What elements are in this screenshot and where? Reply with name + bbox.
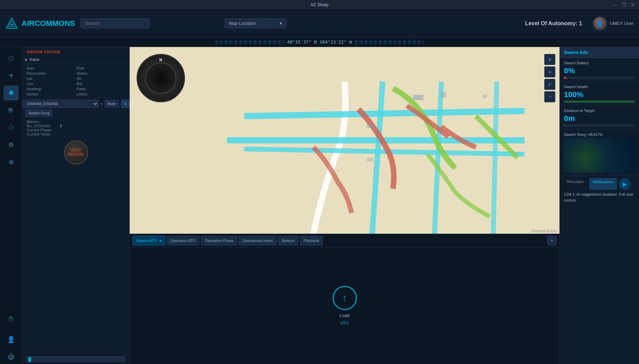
gps-stripe-left xyxy=(215,40,284,44)
bat-label: Bat: xyxy=(76,82,104,86)
logo-main: AIRCOMMONS xyxy=(21,19,75,28)
battery-progress-fill xyxy=(564,77,566,79)
radar-toggle[interactable]: ▶ Radar xyxy=(25,57,127,62)
zoom-in-button[interactable]: + xyxy=(544,66,555,77)
num-drones-row: No. of Drones: 0 xyxy=(27,124,125,128)
swarm-song-label: Swarm Song: HEALTH xyxy=(564,132,635,137)
map-container: N ≡ + ⤢ − xyxy=(130,47,559,364)
progress-input-row xyxy=(22,354,129,364)
upload-icon: ↑ xyxy=(342,292,347,304)
swarm-battery-section: Swarm Battery 0% xyxy=(560,58,639,82)
num-drones-label: No. of Drones: xyxy=(27,124,58,128)
layers-icon: ≡ xyxy=(548,57,551,62)
lon-label: Lon: xyxy=(27,82,54,86)
map-controls: ≡ + ⤢ − xyxy=(544,54,555,102)
radar-section: ▶ Radar xyxy=(22,55,129,64)
swarm-info-header: Swarm Info xyxy=(560,47,639,58)
search-input[interactable] xyxy=(81,18,150,28)
map-location-button[interactable]: Map Location ▾ xyxy=(224,18,287,28)
heading-label: Heading: xyxy=(27,87,54,91)
expand-button[interactable]: ⤢ xyxy=(544,79,555,90)
tab-beacon[interactable]: Beacon xyxy=(278,236,298,245)
minimize-button[interactable]: — xyxy=(611,2,618,8)
latest-label: Latest: xyxy=(76,92,104,96)
swarm-battery-value: 0% xyxy=(564,66,635,75)
swarm-info-label: Swarm Info xyxy=(564,50,588,55)
stop-mission-button[interactable]: STOP MISSION xyxy=(64,140,88,165)
load-ato-label: ATO xyxy=(341,321,349,326)
svg-rect-10 xyxy=(413,95,424,100)
speed-label: Speed: xyxy=(27,92,54,96)
avatar: 👤 xyxy=(593,17,607,30)
role-label: Role: xyxy=(76,66,104,70)
logo: AIRCOMMONS xyxy=(6,17,75,30)
svg-rect-12 xyxy=(483,95,487,98)
bottom-section: ↑ Load ATO xyxy=(130,248,559,364)
sidebar-item-flight[interactable]: ✈ xyxy=(4,68,18,83)
sidebar-item-team[interactable]: ⚇ xyxy=(4,120,18,135)
mission-row: Mission: xyxy=(27,120,125,124)
close-button[interactable]: ✕ xyxy=(629,2,636,8)
svg-rect-14 xyxy=(367,158,374,161)
go-icon: ▶ xyxy=(623,181,627,187)
messages-tab[interactable]: Messages xyxy=(564,178,587,189)
mission-info: Mission: No. of Drones: 0 Current Phase:… xyxy=(22,118,129,138)
notifications-tab[interactable]: Notifications xyxy=(590,178,617,189)
minus-icon: − xyxy=(548,94,551,100)
swarm-song-section: Swarm Song: HEALTH xyxy=(560,130,639,176)
tab-operation-phase[interactable]: Operation-Phase xyxy=(201,236,237,245)
rank-label: Rank: xyxy=(76,87,104,91)
heading-row: Heading: xyxy=(27,87,75,91)
current-phase-row: Current Phase: xyxy=(27,128,125,132)
sidebar-item-swarm[interactable]: ❋ xyxy=(4,86,18,100)
go-button[interactable]: ▶ xyxy=(619,178,630,189)
header: AIRCOMMONS Map Location ▾ Level Of Auton… xyxy=(0,10,639,37)
switch-song-button[interactable]: Switch Song xyxy=(25,109,53,117)
sidebar-item-profile[interactable]: 👤 xyxy=(4,332,18,347)
gps-bar: 40°35'37" N 104°23'22" W xyxy=(0,37,639,47)
notifications-section: Messages Notifications ▶ LOA 1: AI sugge… xyxy=(560,176,639,206)
progress-bar-input[interactable] xyxy=(27,356,125,362)
plus-icon: + xyxy=(548,69,551,75)
swarm-select[interactable]: SWARM_ENGINE xyxy=(22,100,99,108)
sidebar-item-settings[interactable]: ⚙ xyxy=(4,138,18,152)
sidebar-item-shield[interactable]: ⛨ xyxy=(4,103,18,118)
notification-text: LOA 1: AI suggestions disabled. Full use… xyxy=(564,192,635,203)
add-tab-button[interactable]: + xyxy=(547,236,557,245)
add-button[interactable]: + xyxy=(121,100,129,108)
logo-icon xyxy=(6,17,18,30)
sidebar-item-logout[interactable]: ⏻ xyxy=(4,349,18,364)
powered-by-label: Powered by Esri xyxy=(531,229,557,233)
tab-playbook[interactable]: Playbook xyxy=(300,236,323,245)
rank-row: Rank: xyxy=(76,87,125,91)
layers-button[interactable]: ≡ xyxy=(544,54,555,65)
sidebar-item-home[interactable]: ⬡ xyxy=(4,51,18,66)
lat-label: Lat: xyxy=(27,76,54,81)
alt-label: Alt: xyxy=(76,76,104,81)
map-canvas[interactable]: N ≡ + ⤢ − xyxy=(130,47,559,234)
current-tactic-label: Current Tactic: xyxy=(27,132,58,136)
swarm-engine-label: SWARM ENGINE xyxy=(22,47,129,55)
speed-row: Speed: xyxy=(27,92,75,96)
restore-button[interactable]: ❐ xyxy=(620,2,627,8)
left-panel: SWARM ENGINE ▶ Radar Icao: Role: Persona… xyxy=(22,47,130,364)
svg-rect-11 xyxy=(441,92,446,97)
sidebar-item-history[interactable]: ⏱ xyxy=(4,312,18,327)
tab-swarm-ato[interactable]: Swarm-ATO ▾ xyxy=(132,236,165,245)
mute-button[interactable]: Mute xyxy=(104,100,119,108)
health-progress-bar xyxy=(564,101,635,103)
svg-point-2 xyxy=(11,24,13,26)
content-body: ⬡ ✈ ❋ ⛨ ⚇ ⚙ ⊕ ⏱ 👤 ⏻ SWARM ENGINE ▶ Radar… xyxy=(0,47,639,364)
svg-line-9 xyxy=(493,82,497,234)
health-progress-fill xyxy=(564,101,635,103)
tab-operation-ato[interactable]: Operation-ATO xyxy=(167,236,200,245)
zoom-out-button[interactable]: − xyxy=(544,91,555,102)
sidebar-item-mission[interactable]: ⊕ xyxy=(4,155,18,169)
status-label: Status: xyxy=(76,71,104,75)
num-drones-value: 0 xyxy=(60,124,62,128)
map-svg xyxy=(130,47,559,234)
center-column: N ≡ + ⤢ − xyxy=(130,47,559,364)
load-button[interactable]: ↑ xyxy=(333,286,357,310)
tab-operational-intent[interactable]: Operational Intent xyxy=(239,236,276,245)
status-row: Status: xyxy=(76,71,125,75)
